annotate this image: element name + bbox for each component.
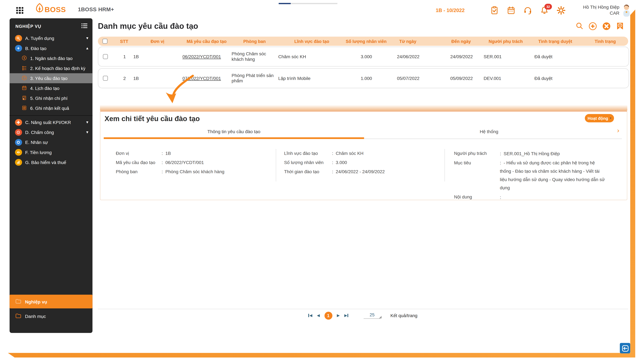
tab-thong-tin[interactable]: Thông tin yêu cầu đào tạo [104, 129, 364, 134]
row-checkbox[interactable] [103, 76, 108, 81]
field-row: Số lượng nhân viên 3.000 [284, 160, 439, 165]
user-info[interactable]: Hồ Thị Hồng Điệp CAR [565, 4, 619, 16]
per-page-label: Kết quả/trang [390, 313, 418, 318]
menu-list-icon[interactable] [81, 22, 88, 30]
support-headset-icon[interactable] [523, 6, 532, 15]
field-label: Số lượng nhân viên [284, 160, 332, 165]
sidebar-footer-nghiep-vu[interactable]: Nghiệp vụ [10, 295, 92, 308]
sidebar-item-yeu-cau-dao-tao[interactable]: ? 3. Yêu cầu đào tạo [10, 73, 92, 83]
sidebar-item-nang-suat[interactable]: C. Năng suất KPI/OKR ▼ [10, 117, 92, 127]
sidebar-item-tien-luong[interactable]: F. Tiền lương [10, 147, 92, 157]
sidebar-item-ke-hoach-dao-tao[interactable]: 2. Kế hoạch đào tạo định kỳ [10, 63, 92, 73]
first-page-button[interactable]: ◀ [308, 314, 312, 318]
sidebar-item-ghi-nhan-chi-phi[interactable]: $ 5. Ghi nhận chi phí [10, 93, 92, 103]
cell-tinh-trang-duyet: Đã duyệt [528, 54, 583, 59]
panel-top-gradient [100, 105, 627, 111]
period-label: 1B - 10/2022 [436, 7, 465, 13]
field-value: 3.000 [332, 160, 347, 165]
cell-don-vi: 1B [133, 54, 182, 59]
row-checkbox[interactable] [103, 54, 108, 59]
next-page-button[interactable]: ▶ [337, 314, 340, 318]
field-row: Người phụ trách SER.001_Hồ Thị Hồng Điệp [454, 151, 614, 158]
sidebar-item-lich-dao-tao[interactable]: 4. Lịch đào tạo [10, 83, 92, 93]
cell-nguoi-phu-trach: DEV.001 [484, 76, 528, 81]
cell-tu-ngay: 24/06/2022 [377, 54, 440, 59]
filter-bookmark-icon[interactable] [616, 22, 625, 31]
plan-list-icon [22, 65, 27, 71]
column-header: Đơn vị [133, 39, 182, 43]
folder-icon [16, 299, 21, 305]
cell-stt: 1 [116, 54, 133, 59]
cell-den-ngay: 05/09/2022 [440, 76, 484, 81]
add-button[interactable] [588, 22, 597, 31]
active-tab-underline [104, 137, 364, 139]
request-question-icon: ? [22, 75, 27, 81]
cell-nguoi-phu-trach: SER.001 [484, 54, 528, 59]
per-page-select[interactable]: 25 [364, 312, 380, 319]
apps-grid-icon[interactable] [16, 7, 23, 14]
footer-divider [98, 309, 628, 309]
tasks-icon[interactable] [490, 6, 499, 15]
field-value: - Hiểu và sử dụng được các phân hệ trong… [500, 159, 606, 192]
field-value: 24/06/2022 - 24/09/2022 [332, 169, 385, 174]
avatar[interactable] [622, 4, 631, 19]
training-request-link[interactable]: 06/2022/YCDT/001 [182, 54, 232, 59]
field-label: Thời gian đào tạo [284, 169, 332, 174]
search-icon[interactable] [575, 22, 584, 31]
notification-badge: 32 [544, 4, 552, 9]
sidebar-footer-danh-muc[interactable]: Danh mục [10, 311, 92, 322]
calendar-icon[interactable] [506, 6, 516, 15]
svg-text:?: ? [23, 76, 25, 79]
sidebar-item-label: C. Năng suất KPI/OKR [25, 120, 71, 125]
column-header: STT [116, 39, 133, 43]
svg-text:$: $ [24, 56, 25, 59]
detail-panel: Xem chi tiết yêu cầu đào tạo Hoạt động ▾… [100, 111, 627, 200]
hr-ring-icon [15, 139, 22, 146]
table-row[interactable]: 1 1B 06/2022/YCDT/001 Phòng Chăm sóc khá… [98, 47, 629, 66]
chevron-right-icon[interactable]: › [617, 127, 620, 134]
status-button[interactable]: Hoạt động ▾ [585, 114, 614, 122]
column-header: Tình trạng duyệt [528, 39, 582, 43]
detail-column-3: Người phụ trách SER.001_Hồ Thị Hồng Điệp… [454, 151, 614, 204]
chevron-up-icon: ▲ [86, 47, 88, 50]
sidebar-item-cham-cong[interactable]: D. Chấm công ▼ [10, 127, 92, 137]
cell-den-ngay: 24/09/2022 [440, 54, 484, 59]
sidebar-item-label: 1. Ngân sách đào tạo [30, 56, 72, 61]
field-row: Nội dung [454, 194, 614, 201]
sidebar-item-dao-tao[interactable]: B. Đào tạo ▲ [10, 43, 92, 53]
sidebar-item-bao-hiem[interactable]: G. Bảo hiểm và thuế [10, 157, 92, 167]
column-header: Người phụ trách [483, 39, 528, 43]
field-row: Đơn vị 1B [116, 151, 271, 156]
close-button[interactable] [602, 22, 611, 31]
sidebar-item-label: 2. Kế hoạch đào tạo định kỳ [30, 66, 86, 71]
select-all-checkbox[interactable] [102, 39, 108, 44]
sidebar-item-label: A. Tuyển dụng [25, 36, 54, 41]
column-header: Tình trạng [582, 39, 628, 43]
exit-fullscreen-button[interactable] [620, 343, 630, 353]
pen-logo-icon [34, 3, 45, 16]
cell-so-luong: 3.000 [346, 54, 377, 59]
progress-line-filled [278, 3, 291, 4]
table-row[interactable]: 2 1B 07/2022/YCDT/001 Phòng Phát triển s… [98, 68, 629, 88]
last-page-button[interactable]: ▶ [344, 314, 348, 318]
notifications-bell-icon[interactable]: 32 [540, 6, 549, 15]
column-header: Từ ngày [376, 39, 439, 43]
inactive-tab-line [364, 138, 622, 139]
sidebar-item-ghi-nhan-ket-qua[interactable]: 6. Ghi nhận kết quả [10, 103, 92, 113]
previous-page-button[interactable]: ◀ [317, 314, 320, 318]
tab-he-thong[interactable]: Hệ thống [364, 129, 614, 134]
brand-logo: BOSS [34, 3, 66, 16]
training-star-icon [15, 45, 22, 52]
sidebar-item-label: 4. Lịch đào tạo [30, 86, 60, 91]
field-row: Phòng ban Phòng Chăm sóc khách hàng [116, 169, 271, 174]
training-request-link[interactable]: 07/2022/YCDT/001 [182, 76, 232, 81]
current-page-badge[interactable]: 1 [324, 312, 332, 319]
detail-column-2: Lĩnh vực đào tạo Chăm sóc KH Số lượng nh… [284, 151, 439, 178]
settings-gear-icon[interactable] [556, 6, 566, 15]
sidebar-item-ngan-sach-dao-tao[interactable]: $ 1. Ngân sách đào tạo [10, 53, 92, 63]
sidebar-item-nhan-su[interactable]: E. Nhân sự [10, 137, 92, 147]
app-title: 1BOSS HRM+ [78, 6, 114, 12]
cell-don-vi: 1B [133, 76, 182, 81]
sidebar-item-tuyen-dung[interactable]: A. Tuyển dụng ▼ [10, 33, 92, 43]
field-row: Lĩnh vực đào tạo Chăm sóc KH [284, 151, 439, 156]
